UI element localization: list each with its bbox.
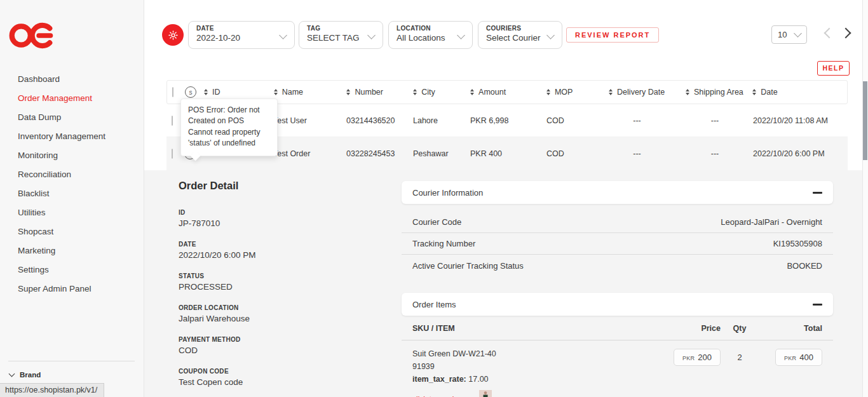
cell-name: Test User xyxy=(273,116,346,125)
order-detail-title: Order Detail xyxy=(179,180,256,192)
sidebar-item-marketing[interactable]: Marketing xyxy=(0,241,144,260)
cell-amount: PKR 6,998 xyxy=(470,116,546,125)
review-report-button[interactable]: REVIEW REPORT xyxy=(566,27,659,43)
header-date[interactable]: Date xyxy=(752,88,847,97)
sort-icon xyxy=(413,89,417,95)
item-info: Suit Green DW-W21-40 91939 item_tax_rate… xyxy=(412,349,666,397)
next-page-icon[interactable] xyxy=(841,28,851,39)
row-checkbox[interactable] xyxy=(172,116,173,126)
sidebar-item-data-dump[interactable]: Data Dump xyxy=(0,108,144,127)
tag-filter-dropdown[interactable]: TAG SELECT TAG xyxy=(299,21,383,49)
main-content: DATE 2022-10-20 TAG SELECT TAG LOCATION … xyxy=(144,0,868,397)
cell-number: 03228245453 xyxy=(346,149,413,158)
cell-name: Test Order xyxy=(273,149,346,158)
couriers-filter-label: COURIERS xyxy=(486,25,554,32)
column-price: Price xyxy=(666,324,721,333)
cell-date: 2022/10/20 11:08 AM xyxy=(753,116,848,125)
date-filter-label: DATE xyxy=(196,25,287,32)
help-button[interactable]: HELP xyxy=(817,61,850,76)
header-number[interactable]: Number xyxy=(346,88,413,97)
click-to-see-image-link[interactable]: click to see image xyxy=(412,394,473,397)
cell-amount: PKR 400 xyxy=(470,149,546,158)
brand-section-toggle[interactable]: Brand xyxy=(10,371,41,379)
header-name[interactable]: Name xyxy=(274,88,347,97)
detail-field-date: DATE 2022/10/20 6:00 PM xyxy=(179,241,256,260)
sidebar-item-blacklist[interactable]: Blacklist xyxy=(0,184,144,203)
detail-field-id: ID JP-787010 xyxy=(179,209,256,228)
gear-icon xyxy=(168,30,179,41)
status-icon-cell: s xyxy=(185,86,204,98)
sidebar-item-dashboard[interactable]: Dashboard xyxy=(0,70,144,89)
item-amounts: PKR200 2 PKR400 xyxy=(666,349,822,397)
pos-error-tooltip: POS Error: Order not Created on POS Cann… xyxy=(180,98,278,156)
browser-status-url: https://oe.shopistan.pk/v1/ xyxy=(0,383,104,397)
header-shipping-area[interactable]: Shipping Area xyxy=(677,88,753,97)
settings-gear-button[interactable] xyxy=(162,24,184,46)
header-city[interactable]: City xyxy=(413,88,470,97)
sort-icon xyxy=(752,89,756,95)
sort-icon xyxy=(274,89,278,95)
row-checkbox[interactable] xyxy=(172,149,173,159)
cell-mop: COD xyxy=(546,116,597,125)
oe-logo[interactable] xyxy=(8,21,57,53)
order-items-header[interactable]: Order Items xyxy=(402,293,833,316)
cell-shipping-area: --- xyxy=(677,149,753,158)
detail-field-coupon-code: COUPON CODE Test Copen code xyxy=(179,368,256,387)
item-tax-rate: item_tax_rate: 17.00 xyxy=(412,374,666,386)
sidebar-item-reconciliation[interactable]: Reconciliation xyxy=(0,165,144,184)
collapse-icon[interactable] xyxy=(813,304,822,306)
select-all-checkbox[interactable] xyxy=(172,87,173,97)
date-filter-value: 2022-10-20 xyxy=(196,33,287,43)
couriers-filter-dropdown[interactable]: COURIERS Select Courier xyxy=(478,21,562,49)
item-total-pill: PKR400 xyxy=(775,349,822,366)
page-size-select[interactable]: 10 xyxy=(771,25,807,44)
tag-filter-label: TAG xyxy=(307,25,375,32)
sidebar-item-inventory-management[interactable]: Inventory Management xyxy=(0,127,144,146)
order-items-card: Order Items SKU / ITEM Price Qty Total S… xyxy=(402,293,833,397)
chevron-down-icon xyxy=(794,29,802,37)
sidebar-item-settings[interactable]: Settings xyxy=(0,260,144,279)
courier-code-row: Courier Code Leopard-JalPari - Overnight xyxy=(402,212,833,233)
order-item-row: Suit Green DW-W21-40 91939 item_tax_rate… xyxy=(402,340,833,397)
courier-information-header[interactable]: Courier Information xyxy=(402,181,833,204)
sidebar-item-order-management[interactable]: Order Management xyxy=(0,89,144,108)
cell-city: Peshawar xyxy=(413,149,470,158)
order-detail-section: Order Detail ID JP-787010 DATE 2022/10/2… xyxy=(144,170,868,397)
sidebar: Dashboard Order Management Data Dump Inv… xyxy=(0,0,144,397)
date-filter-dropdown[interactable]: DATE 2022-10-20 xyxy=(188,21,295,49)
detail-field-status: STATUS PROCESSED xyxy=(179,273,256,292)
location-filter-value: All Locations xyxy=(397,33,465,43)
header-delivery-date[interactable]: Delivery Date xyxy=(597,88,677,97)
collapse-icon[interactable] xyxy=(813,192,822,194)
select-all-cell xyxy=(167,88,185,97)
order-items-title: Order Items xyxy=(412,300,456,309)
sidebar-item-utilities[interactable]: Utilities xyxy=(0,203,144,222)
sort-icon xyxy=(546,89,550,95)
order-items-columns: SKU / ITEM Price Qty Total xyxy=(402,317,833,340)
header-mop[interactable]: MOP xyxy=(546,88,597,97)
status-circle-icon[interactable]: s xyxy=(185,86,196,98)
location-filter-dropdown[interactable]: LOCATION All Locations xyxy=(388,21,473,49)
header-id[interactable]: ID xyxy=(204,88,274,97)
sort-icon xyxy=(609,89,613,95)
item-name: Suit Green DW-W21-40 xyxy=(412,349,666,360)
sidebar-nav: Dashboard Order Management Data Dump Inv… xyxy=(0,70,144,299)
order-detail-panel: Order Detail ID JP-787010 DATE 2022/10/2… xyxy=(179,180,256,397)
location-filter-label: LOCATION xyxy=(397,25,465,32)
scrollbar-thumb[interactable] xyxy=(863,81,867,160)
cell-date: 2022/10/20 6:00 PM xyxy=(753,149,848,158)
item-thumbnail[interactable] xyxy=(479,390,492,397)
prev-page-icon[interactable] xyxy=(824,28,835,39)
courier-information-card: Courier Information Courier Code Leopard… xyxy=(402,181,833,276)
tracking-number-row: Tracking Number KI195305908 xyxy=(402,233,833,255)
sort-icon xyxy=(686,89,689,95)
item-price-pill: PKR200 xyxy=(674,349,721,366)
cell-delivery-date: --- xyxy=(597,116,677,125)
sidebar-item-shopcast[interactable]: Shopcast xyxy=(0,222,144,241)
page-size-value: 10 xyxy=(778,30,787,39)
header-amount[interactable]: Amount xyxy=(470,88,546,97)
column-qty: Qty xyxy=(721,324,759,333)
sort-icon xyxy=(470,89,474,95)
sidebar-item-super-admin-panel[interactable]: Super Admin Panel xyxy=(0,279,144,299)
sidebar-item-monitoring[interactable]: Monitoring xyxy=(0,146,144,165)
